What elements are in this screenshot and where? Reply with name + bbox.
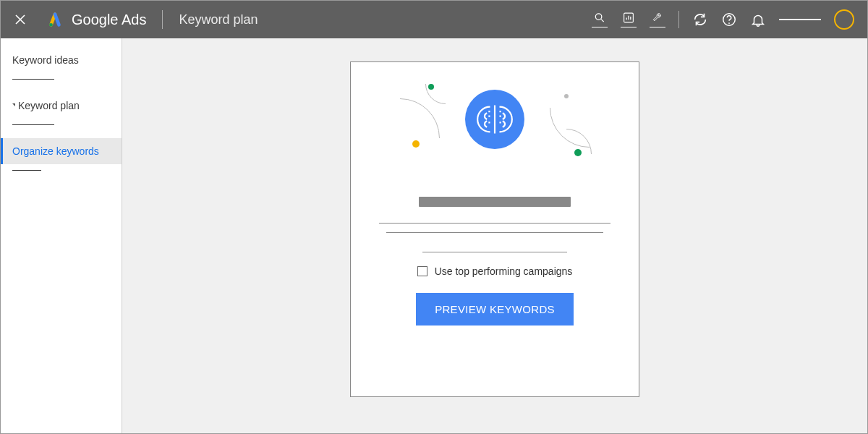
decorative-dot	[412, 140, 420, 148]
checkbox-label: Use top performing campaigns	[435, 265, 573, 277]
google-ads-logo-icon	[47, 12, 63, 27]
sidebar-item-label: Keyword ideas	[12, 54, 79, 66]
help-icon[interactable]	[721, 12, 737, 27]
svg-point-0	[49, 23, 53, 27]
wrench-icon[interactable]	[650, 12, 665, 27]
brand-name: Google Ads	[72, 12, 146, 28]
svg-point-1	[595, 14, 602, 20]
sidebar-item-label: Keyword plan	[18, 100, 80, 111]
heading-placeholder	[419, 197, 571, 207]
sidebar-item-label: Organize keywords	[12, 145, 99, 157]
sidebar-item-organize-keywords[interactable]: Organize keywords	[1, 138, 122, 164]
page-title: Keyword plan	[179, 12, 258, 27]
avatar[interactable]	[834, 9, 854, 30]
brain-icon	[465, 90, 524, 149]
text-placeholder	[422, 252, 567, 252]
checkbox-box	[417, 266, 427, 276]
close-icon[interactable]	[14, 13, 27, 26]
sidebar-separator	[12, 124, 54, 125]
text-placeholder	[386, 232, 603, 233]
decorative-arc	[541, 129, 592, 179]
account-placeholder[interactable]	[779, 19, 821, 20]
refresh-icon[interactable]	[692, 12, 708, 27]
decorative-dot	[574, 149, 582, 156]
divider	[678, 11, 679, 28]
search-icon[interactable]	[592, 12, 608, 27]
bar-chart-icon[interactable]	[621, 12, 637, 27]
bell-icon[interactable]	[750, 12, 766, 27]
svg-point-4	[728, 22, 730, 24]
decorative-dot	[428, 84, 434, 90]
sidebar-separator	[12, 79, 54, 80]
sidebar: Keyword ideas Keyword plan Organize keyw…	[1, 38, 122, 433]
sidebar-item-keyword-ideas[interactable]: Keyword ideas	[1, 47, 122, 73]
brand-block[interactable]: Google Ads	[47, 12, 146, 28]
preview-keywords-button[interactable]: PREVIEW KEYWORDS	[416, 293, 574, 326]
header-tools	[592, 9, 854, 30]
divider	[162, 10, 163, 29]
app-header: Google Ads Keyword plan	[1, 1, 867, 38]
decorative-arc	[550, 68, 629, 148]
main-content: Use top performing campaigns PREVIEW KEY…	[122, 38, 867, 433]
sidebar-separator	[12, 170, 41, 171]
organize-card: Use top performing campaigns PREVIEW KEY…	[350, 61, 639, 397]
sidebar-item-keyword-plan[interactable]: Keyword plan	[1, 93, 122, 119]
illustration	[386, 77, 603, 178]
decorative-arc	[360, 98, 440, 178]
layout: Keyword ideas Keyword plan Organize keyw…	[1, 38, 867, 433]
chevron-down-icon	[12, 103, 15, 109]
top-campaigns-checkbox[interactable]: Use top performing campaigns	[417, 265, 573, 277]
text-placeholder	[379, 223, 610, 224]
decorative-dot	[564, 94, 569, 98]
